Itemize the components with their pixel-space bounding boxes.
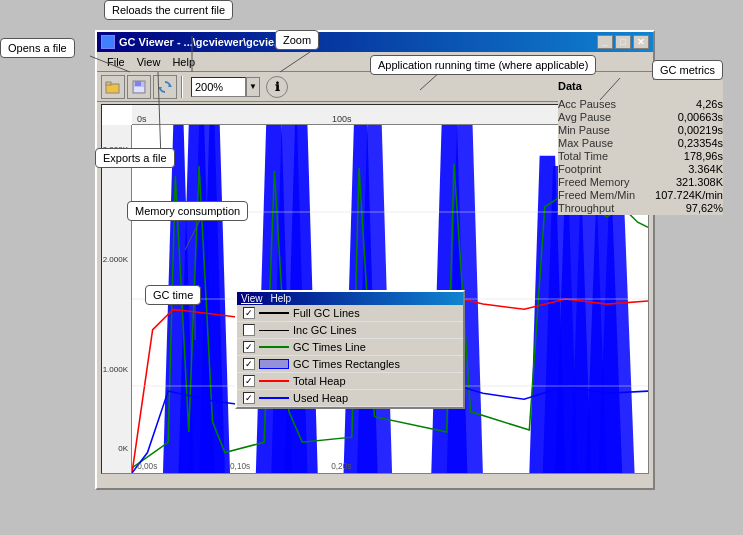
close-button[interactable]: ✕ [633,35,649,49]
label-freed-mem-min: Freed Mem/Min [558,189,635,201]
callout-gc-metrics: GC metrics [652,60,723,80]
label-footprint: Footprint [558,163,601,175]
callout-zoom-text: Zoom [283,34,311,46]
callout-memory-text: Memory consumption [135,205,240,217]
window-title: GC Viewer - ...\gcviewer\gcvie...gc [119,36,296,48]
checkbox-used-heap[interactable]: ✓ [243,392,255,404]
svg-text:0,20s: 0,20s [331,462,351,471]
gc-metrics-panel: Data Acc Pauses 4,26s Avg Pause 0,00663s… [558,80,723,215]
minimize-button[interactable]: _ [597,35,613,49]
zoom-dropdown-button[interactable]: ▼ [246,77,260,97]
checkbox-gc-times-line[interactable]: ✓ [243,341,255,353]
label-full-gc-lines: Full GC Lines [293,307,360,319]
value-freed-mem-min: 107.724K/min [655,189,723,201]
value-max-pause: 0,23354s [678,137,723,149]
label-acc-pauses: Acc Pauses [558,98,616,110]
callout-exports-file: Exports a file [95,148,175,168]
callout-gc-time: GC time [145,285,201,305]
metrics-row-avg-pause: Avg Pause 0,00663s [558,111,723,123]
save-file-button[interactable] [127,75,151,99]
open-file-button[interactable] [101,75,125,99]
view-menu-title-help[interactable]: Help [271,293,292,304]
callout-opens-text: Opens a file [8,42,67,54]
menu-view-label: View [137,56,161,68]
line-preview-gc-rect [259,358,289,370]
callout-zoom: Zoom [275,30,319,50]
y-label-1000k: 1.000K [103,365,128,374]
value-total-time: 178,96s [684,150,723,162]
title-bar-content: GC Viewer - ...\gcviewer\gcvie...gc [101,35,296,49]
metrics-row-min-pause: Min Pause 0,00219s [558,124,723,136]
menu-item-used-heap[interactable]: ✓ Used Heap [237,390,463,407]
label-freed-memory: Freed Memory [558,176,630,188]
value-min-pause: 0,00219s [678,124,723,136]
line-preview-gc-times [259,341,289,353]
svg-text:0,10s: 0,10s [230,462,250,471]
callout-reloads-text: Reloads the current file [112,4,225,16]
label-used-heap: Used Heap [293,392,348,404]
menu-item-total-heap[interactable]: ✓ Total Heap [237,373,463,390]
line-preview-inc-gc [259,324,289,336]
maximize-button[interactable]: □ [615,35,631,49]
label-total-heap: Total Heap [293,375,346,387]
line-preview-full-gc [259,307,289,319]
menu-view[interactable]: View [131,55,167,69]
svg-rect-11 [135,81,141,86]
menu-file-label: File [107,56,125,68]
y-label-2000k: 2.000K [103,255,128,264]
callout-opens-file: Opens a file [0,38,75,58]
label-avg-pause: Avg Pause [558,111,611,123]
view-menu-title-bar: View Help [237,292,463,305]
label-min-pause: Min Pause [558,124,610,136]
title-bar: GC Viewer - ...\gcviewer\gcvie...gc _ □ … [97,32,653,52]
value-freed-memory: 321.308K [676,176,723,188]
menu-help-label: Help [172,56,195,68]
callout-gctime-text: GC time [153,289,193,301]
metrics-rows: Acc Pauses 4,26s Avg Pause 0,00663s Min … [558,98,723,214]
value-footprint: 3.364K [688,163,723,175]
line-preview-total-heap [259,375,289,387]
callout-exports-text: Exports a file [103,152,167,164]
value-avg-pause: 0,00663s [678,111,723,123]
menu-help[interactable]: Help [166,55,201,69]
menu-item-gc-times-line[interactable]: ✓ GC Times Line [237,339,463,356]
value-acc-pauses: 4,26s [696,98,723,110]
toolbar-separator-1 [181,76,183,98]
label-throughput: Throughput [558,202,614,214]
callout-app-running-time: Application running time (where applicab… [370,55,596,75]
menu-item-inc-gc-lines[interactable]: Inc GC Lines [237,322,463,339]
zoom-combo: ▼ [191,77,260,97]
label-gc-times-rectangles: GC Times Rectangles [293,358,400,370]
checkbox-inc-gc-lines[interactable] [243,324,255,336]
menu-file[interactable]: File [101,55,131,69]
checkbox-total-heap[interactable]: ✓ [243,375,255,387]
reload-button[interactable] [153,75,177,99]
metrics-row-total-time: Total Time 178,96s [558,150,723,162]
metrics-row-acc-pauses: Acc Pauses 4,26s [558,98,723,110]
metrics-row-max-pause: Max Pause 0,23354s [558,137,723,149]
metrics-row-freed-memory: Freed Memory 321.308K [558,176,723,188]
view-menu-title-view[interactable]: View [241,293,263,304]
info-button[interactable]: ℹ [266,76,288,98]
title-bar-buttons: _ □ ✕ [597,35,649,49]
view-context-menu: View Help ✓ Full GC Lines Inc GC Lines ✓… [235,290,465,409]
y-axis: 3.000K 2.000K 1.000K 0K [102,125,132,473]
checkbox-gc-times-rect[interactable]: ✓ [243,358,255,370]
y-label-0k: 0K [118,444,128,453]
callout-apptime-text: Application running time (where applicab… [378,59,588,71]
checkbox-full-gc-lines[interactable]: ✓ [243,307,255,319]
label-max-pause: Max Pause [558,137,613,149]
metrics-row-throughput: Throughput 97,62% [558,202,723,214]
svg-rect-12 [134,87,144,92]
callout-gcmetrics-text: GC metrics [660,64,715,76]
menu-item-gc-times-rectangles[interactable]: ✓ GC Times Rectangles [237,356,463,373]
zoom-input[interactable] [191,77,246,97]
menu-item-full-gc-lines[interactable]: ✓ Full GC Lines [237,305,463,322]
app-icon [101,35,115,49]
callout-memory-consumption: Memory consumption [127,201,248,221]
metrics-section-title: Data [558,80,723,92]
value-throughput: 97,62% [686,202,723,214]
ruler-tick-0s: 0s [137,114,147,124]
metrics-row-freed-mem-min: Freed Mem/Min 107.724K/min [558,189,723,201]
metrics-row-footprint: Footprint 3.364K [558,163,723,175]
